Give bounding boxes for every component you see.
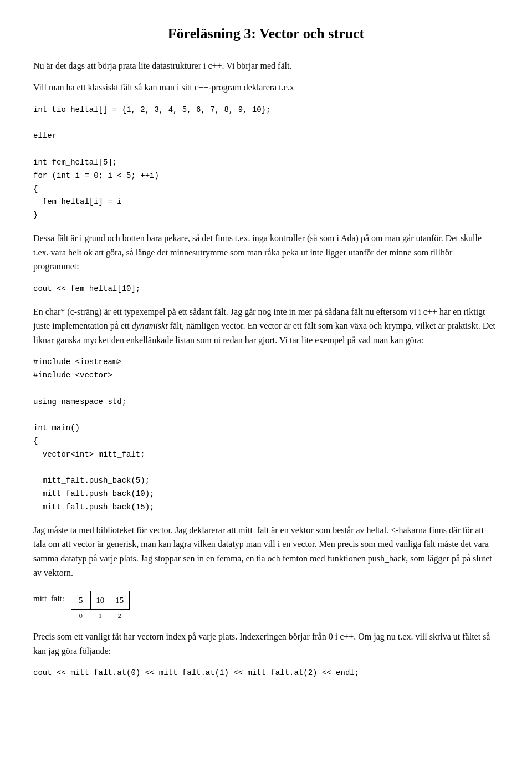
code-block-4: cout << mitt_falt.at(0) << mitt_falt.at(…	[33, 667, 499, 680]
paragraph-2: En char* (c-sträng) är ett typexempel på…	[33, 305, 499, 347]
emphasis-dynamiskt: dynamiskt	[132, 321, 168, 330]
paragraph-2-cont: fält, nämligen vector. En vector är ett …	[33, 321, 495, 345]
paragraph-3: Jag måste ta med biblioteket för vector.…	[33, 523, 499, 580]
vector-indices-row: 0 1 2	[71, 611, 129, 621]
code-block-1: int tio_heltal[] = {1, 2, 3, 4, 5, 6, 7,…	[33, 104, 499, 222]
vector-index-2: 2	[110, 611, 130, 621]
paragraph-4: Precis som ett vanligt fät har vectorn i…	[33, 630, 499, 658]
page-title: Föreläsning 3: Vector och struct	[33, 22, 499, 45]
vector-label: mitt_falt:	[33, 592, 64, 605]
vector-cell-1: 10	[90, 591, 110, 610]
intro-paragraph-1: Nu är det dags att börja prata lite data…	[33, 59, 499, 73]
code-block-3: #include <iostream> #include <vector> us…	[33, 356, 499, 514]
vector-diagram: mitt_falt: 5 10 15 0 1 2	[33, 591, 499, 621]
code-block-2: cout << fem_heltal[10];	[33, 283, 499, 296]
vector-index-0: 0	[71, 611, 91, 621]
intro-paragraph-2: Vill man ha ett klassiskt fält så kan ma…	[33, 80, 499, 95]
paragraph-1: Dessa fält är i grund och botten bara pe…	[33, 231, 499, 274]
vector-index-1: 1	[90, 611, 110, 621]
vector-cell-0: 5	[71, 591, 91, 610]
vector-values-row: 5 10 15	[71, 591, 129, 610]
vector-cell-2: 15	[110, 591, 130, 610]
vector-cells: 5 10 15 0 1 2	[71, 591, 129, 621]
